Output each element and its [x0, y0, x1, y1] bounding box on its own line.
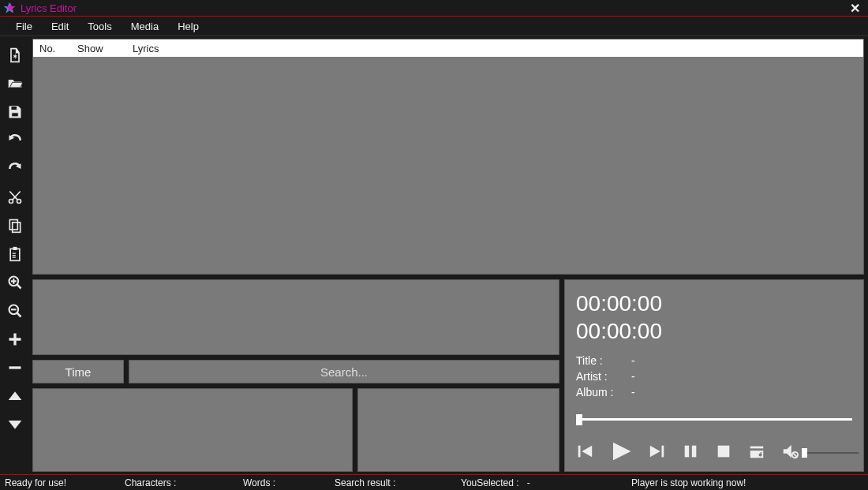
zoom-out-button[interactable] [2, 297, 28, 325]
menu-file[interactable]: File [6, 21, 42, 32]
paste-button[interactable] [2, 240, 28, 268]
svg-marker-21 [650, 446, 660, 458]
new-file-button[interactable]: ✶ [2, 41, 28, 69]
svg-rect-24 [718, 446, 730, 458]
stop-button[interactable] [715, 443, 732, 463]
statusbar: Ready for use! Characters : Words : Sear… [0, 474, 868, 490]
column-header-lyrics[interactable]: Lyrics [126, 43, 649, 54]
svg-rect-25 [750, 447, 764, 449]
undo-button[interactable] [2, 126, 28, 155]
save-button[interactable] [2, 98, 28, 126]
close-button[interactable]: ✕ [845, 1, 865, 16]
playlist-button[interactable] [748, 443, 765, 463]
time-button[interactable]: Time [32, 360, 124, 383]
search-input[interactable]: Search... [129, 360, 559, 383]
volume-slider[interactable] [802, 451, 859, 454]
redo-button[interactable] [2, 155, 28, 183]
svg-rect-3 [11, 107, 17, 110]
play-button[interactable] [609, 440, 633, 466]
next-button[interactable] [649, 443, 666, 463]
svg-rect-4 [12, 113, 18, 117]
move-down-button[interactable] [2, 410, 28, 439]
window-title: Lyrics Editor [21, 2, 845, 14]
status-characters: Characters : [125, 477, 243, 488]
meta-title-label: Title : [576, 354, 614, 367]
meta-title-value: - [631, 354, 635, 367]
svg-rect-22 [685, 446, 690, 458]
player-panel: 00:00:00 00:00:00 Title :- Artist :- Alb… [564, 279, 864, 472]
svg-rect-17 [578, 446, 581, 458]
menu-edit[interactable]: Edit [42, 21, 78, 32]
preview-panel [32, 279, 559, 355]
cut-button[interactable] [2, 183, 28, 211]
player-time-total: 00:00:00 [576, 317, 852, 345]
menu-help[interactable]: Help [168, 21, 208, 32]
svg-marker-18 [582, 446, 592, 458]
add-button[interactable] [2, 325, 28, 353]
status-words: Words : [243, 477, 335, 488]
move-up-button[interactable] [2, 382, 28, 410]
svg-marker-28 [784, 445, 791, 458]
status-ready: Ready for use! [0, 477, 125, 488]
search-results-panel[interactable] [32, 388, 353, 472]
meta-album-label: Album : [576, 386, 614, 398]
svg-text:✶: ✶ [12, 52, 18, 61]
meta-album-value: - [631, 386, 635, 398]
menubar: File Edit Tools Media Help [0, 17, 868, 36]
svg-marker-15 [9, 391, 22, 400]
status-search-result: Search result : [335, 477, 461, 488]
meta-artist-label: Artist : [576, 370, 614, 383]
svg-rect-9 [9, 220, 17, 230]
svg-rect-23 [692, 446, 697, 458]
menu-media[interactable]: Media [122, 21, 168, 32]
status-you-selected: YouSelected : - [461, 477, 631, 488]
remove-button[interactable] [2, 353, 28, 382]
svg-marker-19 [613, 443, 631, 461]
status-player-message: Player is stop working now! [631, 477, 868, 488]
open-file-button[interactable] [2, 69, 28, 98]
zoom-in-button[interactable] [2, 268, 28, 297]
svg-rect-20 [662, 446, 664, 458]
meta-artist-value: - [631, 370, 635, 383]
player-time-current: 00:00:00 [576, 290, 852, 317]
svg-rect-12 [13, 247, 17, 250]
lyrics-grid[interactable]: No. Show Lyrics [32, 39, 864, 275]
pause-button[interactable] [682, 443, 699, 463]
svg-marker-16 [9, 421, 22, 429]
column-header-show[interactable]: Show [71, 43, 126, 54]
menu-tools[interactable]: Tools [78, 21, 121, 32]
svg-rect-11 [10, 249, 20, 260]
lyrics-grid-header: No. Show Lyrics [33, 39, 863, 57]
app-logo-icon [3, 2, 16, 14]
titlebar: Lyrics Editor ✕ [0, 0, 868, 17]
copy-button[interactable] [2, 211, 28, 240]
prev-button[interactable] [576, 443, 593, 463]
mute-button[interactable] [781, 443, 799, 463]
vertical-toolbar: ✶ [0, 36, 30, 474]
secondary-panel [357, 388, 559, 472]
column-header-no[interactable]: No. [33, 43, 71, 54]
svg-rect-10 [13, 223, 21, 233]
seek-slider[interactable] [576, 413, 852, 425]
